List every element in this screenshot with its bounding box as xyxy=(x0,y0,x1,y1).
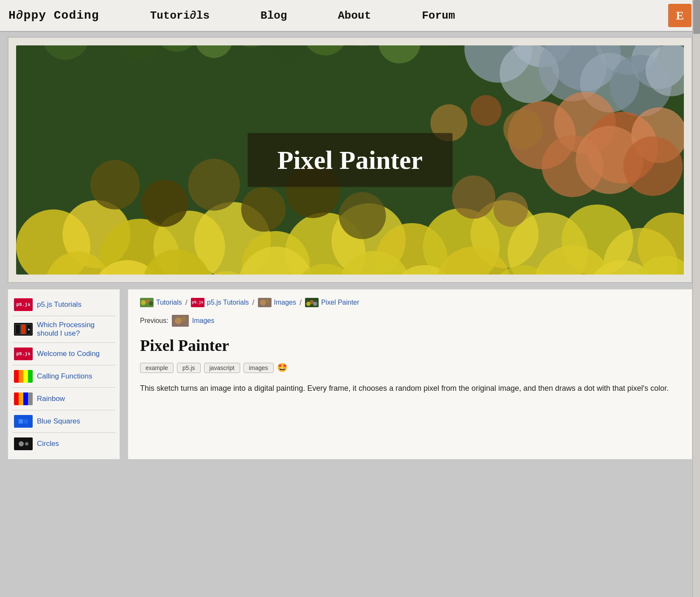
breadcrumb-link-images[interactable]: Images xyxy=(274,299,296,306)
tags-container: example p5.js javascript images 🤩 xyxy=(140,362,680,373)
sidebar: p5.js p5.js Tutorials ✱ Which Processing… xyxy=(8,289,120,460)
sidebar-item-circles[interactable]: Circles xyxy=(12,434,115,453)
sidebar-label-welcome: Welcome to Coding xyxy=(37,350,100,358)
nav-link-tutorials[interactable]: Tutori∂ls xyxy=(150,9,210,22)
sidebar-label-calling: Calling Functions xyxy=(37,372,92,381)
rainbow-icon xyxy=(14,392,33,405)
hero-title-overlay: Pixel Painter xyxy=(248,133,453,187)
breadcrumb-sep-1: / xyxy=(185,298,188,307)
calling-functions-icon xyxy=(14,370,33,383)
svg-point-47 xyxy=(241,187,286,232)
sidebar-item-rainbow[interactable]: Rainbow xyxy=(12,390,115,408)
nav-links: Tutori∂ls Blog About Forum xyxy=(150,9,668,22)
svg-point-74 xyxy=(265,299,269,303)
hero-container: Pixel Painter xyxy=(8,37,692,283)
svg-point-46 xyxy=(188,159,240,210)
svg-point-45 xyxy=(141,180,188,227)
breadcrumb-pixel-painter[interactable]: Pixel Painter xyxy=(305,298,359,307)
svg-point-80 xyxy=(175,317,182,324)
nav-link-about[interactable]: About xyxy=(338,9,371,22)
hero-title: Pixel Painter xyxy=(277,146,423,174)
svg-point-69 xyxy=(141,300,146,305)
blue-squares-icon xyxy=(14,415,33,428)
breadcrumb-link-pixel-painter[interactable]: Pixel Painter xyxy=(321,299,359,306)
svg-point-71 xyxy=(149,301,153,306)
breadcrumb-link-tutorials[interactable]: Tutorials xyxy=(156,299,182,306)
svg-point-67 xyxy=(493,192,528,227)
hero-image: Pixel Painter xyxy=(16,45,684,275)
nav-bar: H∂ppy Coding Tutori∂ls Blog About Forum … xyxy=(0,0,700,32)
breadcrumb-link-p5js[interactable]: p5.js Tutorials xyxy=(207,299,249,306)
breadcrumb: Tutorials / p5.js p5.js Tutorials / Imag… xyxy=(140,298,680,307)
sidebar-item-which-processing[interactable]: ✱ Which Processing should I use? xyxy=(12,318,115,341)
tag-example[interactable]: example xyxy=(140,363,174,373)
content-description: This sketch turns an image into a digita… xyxy=(140,382,680,395)
main-layout: p5.js p5.js Tutorials ✱ Which Processing… xyxy=(8,289,692,460)
svg-point-65 xyxy=(503,109,543,149)
svg-point-49 xyxy=(339,192,386,239)
p5js-icon: p5.js xyxy=(14,298,33,311)
tag-p5js[interactable]: p5.js xyxy=(177,363,201,373)
breadcrumb-tutorials[interactable]: Tutorials xyxy=(140,298,182,307)
sidebar-item-calling-functions[interactable]: Calling Functions xyxy=(12,367,115,386)
prev-thumb xyxy=(172,315,189,327)
sidebar-label-blue-squares: Blue Squares xyxy=(37,417,80,426)
svg-point-81 xyxy=(181,317,186,322)
sidebar-divider-2 xyxy=(12,342,115,343)
breadcrumb-sep-3: / xyxy=(300,298,302,307)
breadcrumb-sep-2: / xyxy=(252,298,255,307)
sidebar-divider-4 xyxy=(12,387,115,388)
prev-link-container: Previous: Images xyxy=(140,315,680,327)
sidebar-divider-3 xyxy=(12,365,115,365)
svg-point-64 xyxy=(470,95,501,126)
sidebar-divider-5 xyxy=(12,410,115,410)
nav-link-forum[interactable]: Forum xyxy=(422,9,455,22)
breadcrumb-images[interactable]: Images xyxy=(258,298,296,307)
sidebar-label-which-processing: Which Processing should I use? xyxy=(37,321,114,338)
sidebar-divider-1 xyxy=(12,316,115,316)
tag-emoji[interactable]: 🤩 xyxy=(277,362,288,373)
sidebar-divider-6 xyxy=(12,432,115,433)
content-area: Tutorials / p5.js p5.js Tutorials / Imag… xyxy=(128,289,692,460)
svg-point-28 xyxy=(623,137,683,196)
nav-icon-button[interactable]: E xyxy=(668,4,692,27)
sidebar-item-blue-squares[interactable]: Blue Squares xyxy=(12,412,115,431)
sidebar-label-p5js-tutorials: p5.js Tutorials xyxy=(37,300,81,309)
scrollbar-thumb[interactable] xyxy=(693,0,700,34)
sidebar-item-p5js-tutorials[interactable]: p5.js p5.js Tutorials xyxy=(12,295,115,314)
svg-point-78 xyxy=(313,302,317,306)
sidebar-label-rainbow: Rainbow xyxy=(37,395,65,403)
tag-images[interactable]: images xyxy=(244,363,274,373)
circles-icon xyxy=(14,437,33,450)
svg-point-44 xyxy=(90,160,140,210)
svg-point-66 xyxy=(452,175,495,219)
welcome-icon: p5.js xyxy=(14,348,33,360)
nav-link-blog[interactable]: Blog xyxy=(260,9,287,22)
nav-logo[interactable]: H∂ppy Coding xyxy=(8,9,99,22)
tag-javascript[interactable]: javascript xyxy=(204,363,240,373)
sidebar-item-welcome-to-coding[interactable]: p5.js Welcome to Coding xyxy=(12,345,115,363)
scrollbar-track[interactable] xyxy=(692,0,700,597)
breadcrumb-p5js[interactable]: p5.js p5.js Tutorials xyxy=(191,298,249,307)
prev-link[interactable]: Images xyxy=(192,317,214,325)
page-title: Pixel Painter xyxy=(140,336,680,355)
sidebar-label-circles: Circles xyxy=(37,440,59,448)
prev-label: Previous: xyxy=(140,317,168,325)
svg-point-73 xyxy=(260,300,266,306)
which-processing-icon: ✱ xyxy=(14,323,33,336)
